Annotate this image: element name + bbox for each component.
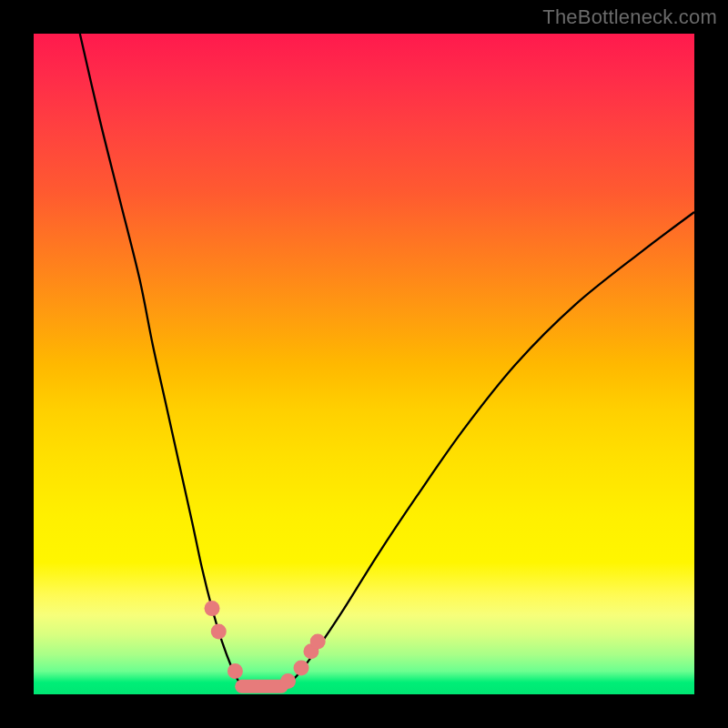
data-marker [294, 660, 309, 675]
data-marker [211, 624, 227, 640]
data-marker [310, 633, 326, 649]
data-marker [280, 673, 296, 689]
chart-frame: TheBottleneck.com [0, 0, 728, 728]
data-marker [228, 663, 243, 679]
right-branch-curve [285, 212, 694, 688]
plot-area [34, 34, 694, 694]
data-marker [205, 601, 220, 616]
left-branch-curve [80, 34, 246, 688]
watermark-text: TheBottleneck.com [542, 5, 717, 29]
curve-layer [34, 34, 694, 694]
